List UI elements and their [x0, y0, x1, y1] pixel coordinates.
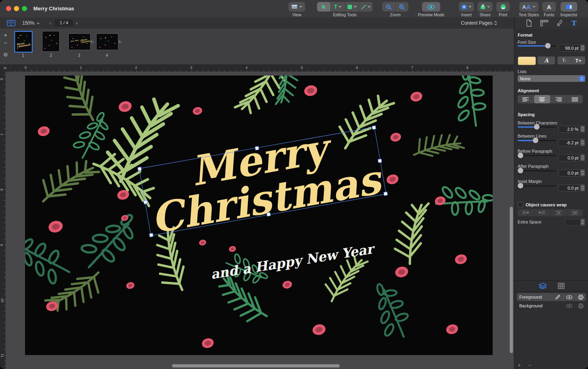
- before-paragraph-slider[interactable]: [518, 155, 556, 156]
- edit-pencil-icon[interactable]: [555, 294, 561, 300]
- text-styles-button[interactable]: A A: [519, 2, 538, 12]
- layers-tab-icon[interactable]: [539, 283, 547, 289]
- lists-dropdown[interactable]: None: [518, 75, 585, 82]
- wrap-through-button[interactable]: [567, 209, 583, 216]
- print-button[interactable]: [496, 2, 510, 12]
- font-size-stepper[interactable]: [580, 45, 585, 51]
- printable-printer-icon[interactable]: [578, 295, 584, 300]
- align-right-button[interactable]: [551, 95, 567, 103]
- select-tool-button[interactable]: [317, 2, 331, 12]
- decrease-size-button[interactable]: T-: [557, 58, 572, 63]
- text-tool-button[interactable]: T: [331, 2, 345, 12]
- share-button[interactable]: [478, 2, 493, 12]
- printable-printer-icon[interactable]: [578, 303, 584, 309]
- after-paragraph-field[interactable]: 0.0 pt: [558, 169, 580, 177]
- between-lines-field[interactable]: -8.2 pt: [558, 139, 580, 146]
- tab-appearance-icon[interactable]: [557, 20, 563, 27]
- zoom-out-button[interactable]: [382, 2, 396, 12]
- preview-mode-button[interactable]: [422, 2, 440, 12]
- zoom-in-button[interactable]: [396, 2, 409, 12]
- slider-thumb[interactable]: [534, 124, 540, 130]
- horizontal-scrollbar[interactable]: [172, 364, 340, 367]
- after-paragraph-stepper[interactable]: [580, 169, 585, 176]
- align-left-button[interactable]: [518, 95, 534, 103]
- page-thumbnail-2[interactable]: ♦: [42, 31, 60, 52]
- align-justify-button[interactable]: [567, 95, 583, 103]
- zoom-window-button[interactable]: [22, 6, 27, 11]
- font-size-slider[interactable]: [518, 45, 556, 47]
- horizontal-ruler[interactable]: 0 1 2 3 4 5 6 7 8: [0, 64, 514, 72]
- add-page-button[interactable]: +: [2, 33, 9, 37]
- extra-space-stepper[interactable]: [580, 219, 585, 225]
- vertical-ruler[interactable]: 6 7 8 9 10 11: [0, 72, 6, 369]
- shape-tool-button[interactable]: [345, 2, 359, 12]
- grid-tab-icon[interactable]: [558, 283, 565, 289]
- page-thumbnail-1[interactable]: MerryChristmas ***: [14, 31, 33, 52]
- after-paragraph-slider[interactable]: [518, 170, 556, 171]
- selection-handle[interactable]: [383, 192, 387, 196]
- selection-handle[interactable]: [255, 146, 259, 150]
- add-layer-button[interactable]: +: [518, 362, 521, 368]
- inset-margin-slider[interactable]: [518, 185, 556, 186]
- text-color-swatch[interactable]: [518, 56, 536, 65]
- between-characters-field[interactable]: 2.0 %: [558, 126, 580, 133]
- divider: [514, 291, 588, 291]
- slider-thumb[interactable]: [518, 168, 523, 173]
- between-characters-slider[interactable]: [518, 126, 556, 128]
- increase-size-button[interactable]: T+: [572, 58, 586, 64]
- slider-thumb[interactable]: [518, 153, 523, 158]
- inset-margin-field[interactable]: 0.0 pt: [558, 184, 580, 192]
- view-button[interactable]: [288, 2, 305, 12]
- between-lines-stepper[interactable]: [580, 139, 585, 146]
- content-pages-dropdown[interactable]: Content Pages: [461, 20, 497, 26]
- selection-handle[interactable]: [378, 159, 382, 163]
- page-thumbnail-4[interactable]: ♦: [96, 33, 118, 50]
- layer-row-background[interactable]: Background: [517, 302, 586, 310]
- remove-page-button[interactable]: −: [2, 41, 9, 45]
- slider-thumb[interactable]: [545, 43, 551, 49]
- minimize-window-button[interactable]: [14, 6, 19, 11]
- font-size-field[interactable]: 98.0 pt: [558, 45, 580, 52]
- next-page-button[interactable]: ›: [76, 20, 77, 26]
- visibility-eye-icon[interactable]: [566, 304, 573, 308]
- between-characters-stepper[interactable]: [580, 126, 585, 132]
- sidebar-toggle-icon[interactable]: [7, 20, 15, 26]
- remove-layer-button[interactable]: −: [528, 362, 531, 368]
- inset-margin-stepper[interactable]: [580, 184, 585, 191]
- selection-handle[interactable]: [143, 200, 147, 204]
- align-center-button[interactable]: [534, 95, 550, 103]
- line-tool-button[interactable]: [359, 2, 373, 12]
- layer-row-foreground[interactable]: Foreground: [517, 293, 586, 301]
- wrap-left-button[interactable]: [518, 209, 534, 216]
- slider-thumb[interactable]: [518, 183, 523, 188]
- selection-handle[interactable]: [372, 126, 376, 130]
- close-window-button[interactable]: [6, 6, 11, 11]
- slider-thumb[interactable]: [533, 138, 538, 143]
- tab-document-icon[interactable]: [526, 19, 532, 27]
- fonts-button[interactable]: A: [542, 2, 556, 12]
- inspector-button[interactable]: [561, 2, 577, 12]
- page-indicator-field[interactable]: 1 / 4: [55, 19, 73, 26]
- insert-button[interactable]: [459, 2, 474, 12]
- wrap-above-below-button[interactable]: [551, 209, 567, 216]
- christmas-card-page[interactable]: Merry Christmas and a Happy New Year: [25, 76, 493, 355]
- selection-handle[interactable]: [267, 212, 271, 216]
- before-paragraph-field[interactable]: 0.0 pt: [558, 154, 580, 161]
- zoom-level-dropdown[interactable]: 150%: [22, 20, 40, 26]
- vertical-scrollbar[interactable]: [510, 207, 513, 353]
- before-paragraph-stepper[interactable]: [580, 154, 585, 161]
- selection-handle[interactable]: [149, 233, 153, 237]
- tab-text-icon[interactable]: T: [572, 19, 577, 27]
- object-causes-wrap-checkbox[interactable]: [518, 202, 523, 208]
- tab-layout-icon[interactable]: [540, 20, 548, 26]
- page-thumbnail-3[interactable]: New Year MerryChristmas: [68, 33, 91, 50]
- wrap-right-button[interactable]: [534, 209, 550, 216]
- line-tool-icon: [361, 4, 366, 10]
- page-settings-gear-icon[interactable]: ⚙: [2, 52, 9, 57]
- between-lines-slider[interactable]: [518, 140, 556, 141]
- extra-space-field[interactable]: [565, 219, 581, 226]
- visibility-eye-icon[interactable]: [566, 295, 573, 299]
- previous-page-button[interactable]: ‹: [49, 20, 51, 26]
- selection-handle[interactable]: [137, 167, 141, 171]
- font-panel-button[interactable]: A: [538, 56, 555, 64]
